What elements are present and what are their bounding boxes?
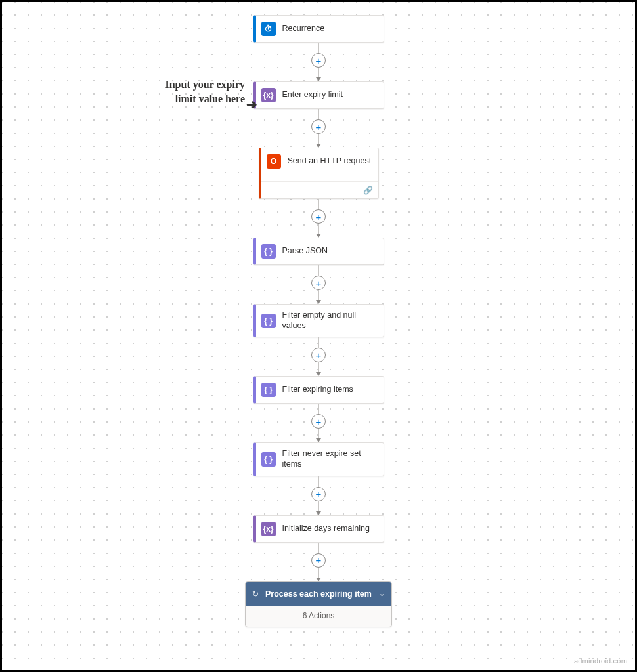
variable-icon: {x} (261, 88, 276, 102)
step-enter-expiry-limit[interactable]: {x} Enter expiry limit (253, 81, 384, 109)
chevron-down-icon[interactable]: ⌄ (379, 589, 385, 598)
annotation-text: Input your expiry limit value here (153, 77, 245, 106)
arrow-down-icon (316, 511, 321, 515)
braces-icon: { } (261, 383, 276, 397)
braces-icon: { } (261, 314, 276, 328)
connector: + (311, 543, 326, 581)
step-label: Initialize days remaining (282, 524, 370, 534)
step-label: Filter never expire set items (282, 449, 378, 469)
step-label: Send an HTTP request (288, 156, 372, 167)
connector: + (311, 109, 326, 148)
step-recurrence[interactable]: ⏱ Recurrence (253, 15, 384, 43)
connector: + (311, 199, 326, 238)
connector: + (311, 337, 326, 376)
connector: + (311, 476, 326, 515)
add-step-button[interactable]: + (311, 209, 326, 224)
add-step-button[interactable]: + (311, 414, 326, 429)
foreach-process-each-expiring-item[interactable]: ↻ Process each expiring item ⌄ 6 Actions (245, 581, 392, 627)
add-step-button[interactable]: + (311, 553, 326, 568)
connector: + (311, 43, 326, 81)
step-label: Enter expiry limit (282, 90, 343, 100)
step-filter-empty-null[interactable]: { } Filter empty and null values (253, 304, 384, 337)
step-filter-never-expire[interactable]: { } Filter never expire set items (253, 442, 384, 476)
arrow-down-icon (316, 578, 321, 581)
variable-icon: {x} (261, 522, 276, 536)
clock-icon: ⏱ (261, 22, 276, 36)
add-step-button[interactable]: + (311, 348, 326, 362)
braces-icon: { } (261, 452, 276, 467)
add-step-button[interactable]: + (311, 53, 326, 68)
loop-icon: ↻ (252, 589, 259, 598)
step-label: Parse JSON (282, 246, 328, 257)
link-icon: 🔗 (363, 186, 373, 195)
office-icon: O (267, 154, 281, 169)
braces-icon: { } (261, 244, 276, 259)
step-label: Recurrence (282, 24, 325, 34)
watermark: admindroid.com (574, 657, 627, 665)
add-step-button[interactable]: + (311, 276, 326, 290)
step-send-http-request[interactable]: O Send an HTTP request 🔗 (259, 148, 379, 199)
add-step-button[interactable]: + (311, 487, 326, 501)
connector: + (311, 404, 326, 442)
step-label: Filter empty and null values (282, 310, 378, 331)
flow-canvas: ⏱ Recurrence + {x} Enter expiry limit + … (2, 2, 635, 627)
connector: + (311, 265, 326, 304)
add-step-button[interactable]: + (311, 119, 326, 134)
step-filter-expiring-items[interactable]: { } Filter expiring items (253, 376, 384, 404)
foreach-actions-count: 6 Actions (246, 606, 391, 627)
arrow-right-icon: ➜ (246, 96, 257, 112)
foreach-label: Process each expiring item (265, 589, 372, 599)
step-label: Filter expiring items (282, 385, 353, 395)
step-parse-json[interactable]: { } Parse JSON (253, 238, 384, 265)
step-initialize-days-remaining[interactable]: {x} Initialize days remaining (253, 515, 384, 543)
